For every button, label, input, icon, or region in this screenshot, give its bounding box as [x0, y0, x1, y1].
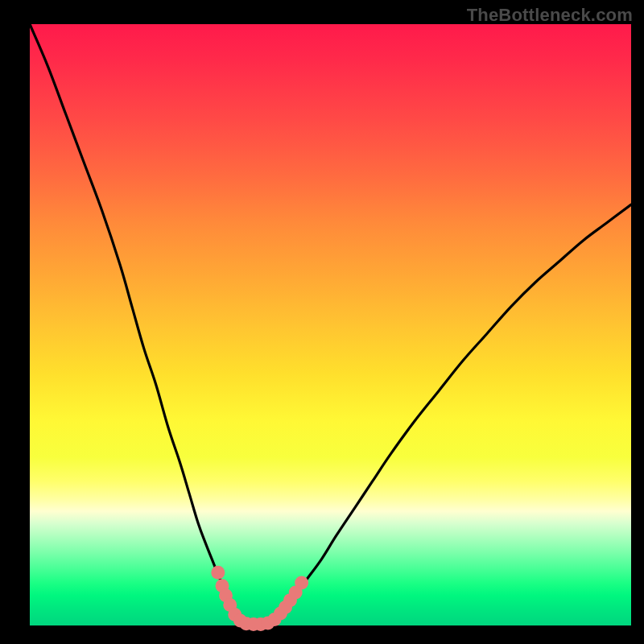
chart-frame: TheBottleneck.com — [0, 0, 644, 644]
curve-marker — [211, 566, 225, 580]
curve-markers-group — [211, 566, 308, 631]
bottleneck-curve-svg — [30, 24, 631, 625]
bottleneck-curve-line — [30, 24, 631, 625]
curve-marker — [295, 576, 308, 589]
watermark-text: TheBottleneck.com — [467, 5, 633, 26]
